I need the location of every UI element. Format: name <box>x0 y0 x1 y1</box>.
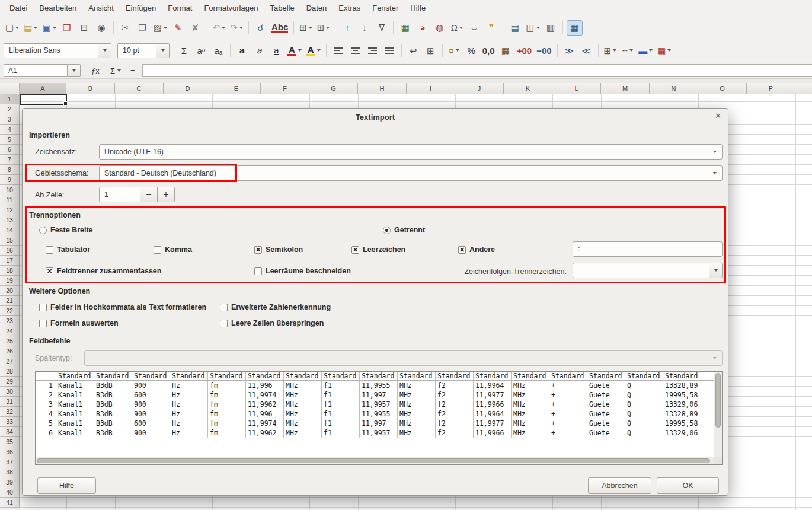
string-delimiter-dropdown-arrow[interactable] <box>709 263 722 278</box>
row-header-4[interactable]: 4 <box>0 125 20 135</box>
row-header-16[interactable]: 16 <box>0 246 20 256</box>
menu-item-fenster[interactable]: Fenster <box>366 0 404 17</box>
semikolon-checkbox[interactable]: Semikolon <box>254 245 303 254</box>
close-icon[interactable]: ✕ <box>715 111 721 120</box>
insert-image-button[interactable]: ▦ <box>397 20 413 36</box>
justified-button[interactable] <box>382 43 398 58</box>
preview-column-header-4[interactable]: Standard <box>170 372 207 380</box>
row-header-24[interactable]: 24 <box>0 326 20 336</box>
row-header-23[interactable]: 23 <box>0 316 20 326</box>
row-header-37[interactable]: 37 <box>0 457 20 467</box>
preview-column-header-15[interactable]: Standard <box>587 372 625 380</box>
find-and-replace-button[interactable]: ☌ <box>252 20 268 36</box>
preview-column-header-14[interactable]: Standard <box>549 372 587 380</box>
underline-button[interactable]: a <box>268 43 284 58</box>
help-button[interactable]: Hilfe <box>37 477 96 494</box>
align-center-button[interactable] <box>347 43 363 58</box>
row-header-22[interactable]: 22 <box>0 306 20 316</box>
insert-hyperlink-button[interactable]: ⇔ <box>466 20 482 36</box>
font-name-combobox[interactable]: Liberation Sans <box>4 43 111 58</box>
row-header-1[interactable]: 1 <box>0 94 20 104</box>
border-color-dropdown-arrow[interactable] <box>649 49 653 52</box>
row-header-38[interactable]: 38 <box>0 467 20 477</box>
menu-item-format[interactable]: Format <box>162 0 198 17</box>
sort-descending-button[interactable]: ↓ <box>356 20 372 36</box>
select-function-button[interactable]: Σ <box>110 64 121 77</box>
from-row-input[interactable]: 1 <box>99 187 140 202</box>
row-header-21[interactable]: 21 <box>0 296 20 306</box>
open-dropdown-arrow[interactable] <box>34 27 37 29</box>
column-header-C[interactable]: C <box>115 83 164 94</box>
preview-column-header-16[interactable]: Standard <box>625 372 663 380</box>
borders-button[interactable]: ⊞ <box>602 43 619 58</box>
menu-item-daten[interactable]: Daten <box>300 0 333 17</box>
preview-column-header-7[interactable]: Standard <box>283 372 321 380</box>
tabulator-checkbox[interactable]: Tabulator <box>46 245 90 254</box>
menu-item-bearbeiten[interactable]: Bearbeiten <box>33 0 82 17</box>
column-header-B[interactable]: B <box>66 83 115 94</box>
align-left-button[interactable] <box>330 43 346 58</box>
from-row-decrement-button[interactable]: − <box>140 187 158 202</box>
sum-button[interactable]: Σ <box>176 43 192 58</box>
insert-special-character-button[interactable]: Ω <box>449 20 465 36</box>
redo-button[interactable]: ↷ <box>228 20 245 36</box>
string-delimiter-dropdown[interactable] <box>573 263 723 278</box>
font-size-dropdown-arrow[interactable] <box>156 44 169 58</box>
fixed-width-radio[interactable]: Feste Breite <box>39 225 93 235</box>
select-all-corner[interactable] <box>0 83 20 94</box>
row-header-35[interactable]: 35 <box>0 437 20 447</box>
charset-dropdown[interactable]: Unicode (UTF-16) <box>99 144 723 160</box>
bold-button[interactable]: a <box>234 43 250 58</box>
save-dropdown-arrow[interactable] <box>53 27 56 29</box>
row-header-20[interactable]: 20 <box>0 286 20 296</box>
row-header-8[interactable]: 8 <box>0 165 20 175</box>
detect-special-numbers-checkbox[interactable]: Erweiterte Zahlenerkennung <box>220 302 331 312</box>
andere-checkbox[interactable]: Andere <box>458 245 495 254</box>
cancel-button[interactable]: Abbrechen <box>588 477 651 494</box>
sidebar-button[interactable]: ▦ <box>567 20 583 36</box>
preview-column-header-12[interactable]: Standard <box>473 372 511 380</box>
locale-dropdown[interactable]: Standard - Deutsch (Deutschland) <box>99 165 723 181</box>
name-box[interactable]: A1 <box>4 64 68 77</box>
preview-column-header-11[interactable]: Standard <box>435 372 473 380</box>
trim-spaces-checkbox[interactable]: Leerräume beschneiden <box>254 266 351 276</box>
autofilter-button[interactable]: ∇ <box>373 20 389 36</box>
scrollbar-thumb[interactable] <box>715 373 721 428</box>
export-pdf-button[interactable]: ❒ <box>59 20 75 36</box>
row-header-7[interactable]: 7 <box>0 155 20 165</box>
subscript-button[interactable]: aₐ <box>210 43 226 58</box>
column-header-H[interactable]: H <box>358 83 407 94</box>
row-header-33[interactable]: 33 <box>0 417 20 427</box>
split-window-button[interactable]: ▥ <box>543 20 559 36</box>
open-button[interactable]: ▤ <box>22 20 39 36</box>
row-header-2[interactable]: 2 <box>0 104 20 114</box>
row-header-41[interactable]: 41 <box>0 498 20 508</box>
format-as-currency-button[interactable]: ¤ <box>446 43 462 58</box>
column-header-O[interactable]: O <box>698 83 747 94</box>
preview-vertical-scrollbar[interactable] <box>714 372 722 457</box>
scrollbar-thumb[interactable] <box>37 458 710 463</box>
row-header-30[interactable]: 30 <box>0 387 20 397</box>
font-size-combobox[interactable]: 10 pt <box>117 43 170 58</box>
font-color-dropdown-arrow[interactable] <box>298 49 302 52</box>
preview-column-header-5[interactable]: Standard <box>207 372 245 380</box>
column-header-K[interactable]: K <box>504 83 552 94</box>
undo-dropdown-arrow[interactable] <box>222 27 225 29</box>
border-style-button[interactable]: ┄ <box>619 43 635 58</box>
format-as-percent-button[interactable]: % <box>463 43 479 58</box>
column-header-N[interactable]: N <box>650 83 698 94</box>
border-style-dropdown-arrow[interactable] <box>629 49 633 52</box>
format-as-number-button[interactable]: 0,0 <box>481 43 497 58</box>
row-header-14[interactable]: 14 <box>0 225 20 235</box>
insert-row-dropdown-arrow[interactable] <box>309 27 312 29</box>
insert-chart-button[interactable]: ◕ <box>414 20 430 36</box>
row-header-18[interactable]: 18 <box>0 266 20 276</box>
menu-item-extras[interactable]: Extras <box>333 0 366 17</box>
column-header-L[interactable]: L <box>552 83 601 94</box>
row-header-10[interactable]: 10 <box>0 185 20 195</box>
superscript-button[interactable]: aᵃ <box>193 43 209 58</box>
cut-button[interactable]: ✂ <box>117 20 133 36</box>
row-header-19[interactable]: 19 <box>0 276 20 286</box>
leerzeichen-checkbox[interactable]: Leerzeichen <box>351 245 405 254</box>
insert-special-character-dropdown-arrow[interactable] <box>459 27 463 29</box>
